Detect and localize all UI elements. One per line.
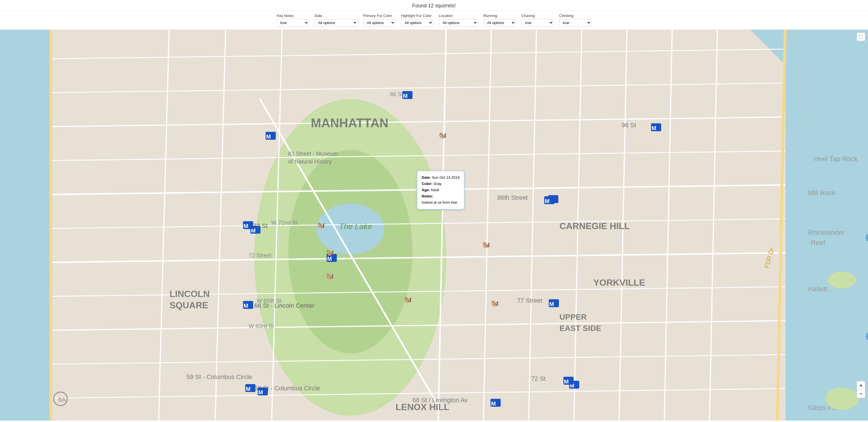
filter-select-running[interactable]: All optionstruefalse bbox=[484, 19, 516, 27]
filter-group-chasing: ChasingtruefalseAll options bbox=[521, 13, 554, 27]
svg-text:M: M bbox=[549, 301, 554, 307]
filter-group-date: DateAll optionsSun Oct 14 2018Sat Oct 6 … bbox=[314, 13, 358, 27]
svg-text:UPPER: UPPER bbox=[559, 313, 587, 321]
svg-text:M: M bbox=[652, 125, 656, 131]
svg-text:SQUARE: SQUARE bbox=[169, 300, 208, 310]
filter-label-climbing: Climbing bbox=[559, 13, 574, 18]
popup-date-label: Date: bbox=[422, 175, 431, 179]
filter-label-primary-fur-color: Primary Fur Color bbox=[363, 13, 392, 18]
svg-point-95 bbox=[828, 272, 856, 288]
svg-text:66 St - Lincoln Center: 66 St - Lincoln Center bbox=[254, 302, 314, 309]
squirrel-marker-m3[interactable]: 🐿️ bbox=[326, 249, 334, 256]
filter-label-has-notes: Has Notes bbox=[277, 13, 294, 18]
svg-text:Heel Tap Rock: Heel Tap Rock bbox=[814, 155, 858, 163]
svg-point-96 bbox=[825, 388, 859, 410]
svg-text:of Natural History: of Natural History bbox=[288, 159, 332, 165]
svg-text:W 72nd St: W 72nd St bbox=[271, 220, 298, 226]
popup-color-label: Color: bbox=[422, 181, 433, 186]
svg-text:M: M bbox=[403, 93, 408, 99]
svg-rect-26 bbox=[0, 30, 51, 421]
svg-text:M: M bbox=[266, 134, 271, 140]
filter-group-highlight-fur-color: Highlight Fur ColorAll optionsWhiteGrayC… bbox=[401, 13, 433, 27]
svg-text:W 63rd St: W 63rd St bbox=[249, 323, 274, 329]
svg-text:M: M bbox=[258, 389, 263, 395]
svg-text:81 Street - Museum: 81 Street - Museum bbox=[288, 150, 338, 157]
filter-label-highlight-fur-color: Highlight Fur Color bbox=[401, 13, 431, 18]
filter-select-location[interactable]: All optionsGround PlaneAbove Ground bbox=[439, 19, 478, 27]
svg-text:Hallett: Hallett bbox=[808, 285, 827, 293]
popup-age-label: Age: bbox=[422, 188, 430, 192]
svg-text:68 St / Lexington Av: 68 St / Lexington Av bbox=[412, 397, 468, 403]
zoom-in-button[interactable]: + bbox=[857, 381, 865, 390]
svg-text:M: M bbox=[244, 223, 248, 229]
page-header: Found 12 squirrels! bbox=[0, 0, 868, 11]
svg-text:86th Street: 86th Street bbox=[497, 194, 528, 201]
svg-text:M: M bbox=[244, 303, 248, 309]
map-container: MANHATTAN LINCOLN SQUARE CARNEGIE HILL Y… bbox=[0, 30, 868, 421]
filters-bar: Has NotestruefalseAll optionsDateAll opt… bbox=[0, 11, 868, 30]
popup-date-value: Sun Oct 14 2018 bbox=[432, 175, 460, 179]
svg-text:MANHATTAN: MANHATTAN bbox=[311, 116, 389, 130]
filter-label-date: Date bbox=[314, 13, 322, 18]
squirrel-marker-m5[interactable]: 🐿️ bbox=[404, 296, 412, 303]
svg-text:Mill Rock: Mill Rock bbox=[808, 189, 836, 197]
svg-text:YORKVILLE: YORKVILLE bbox=[593, 278, 645, 288]
filter-select-primary-fur-color[interactable]: All optionsGrayCinnamonBlack bbox=[363, 19, 395, 27]
filter-label-running: Running bbox=[484, 13, 497, 18]
svg-text:M: M bbox=[564, 378, 569, 385]
svg-text:77 Street: 77 Street bbox=[517, 297, 542, 304]
svg-rect-27 bbox=[785, 30, 868, 421]
squirrel-marker-m2[interactable]: 🐿️ bbox=[317, 222, 325, 229]
svg-text:72 St: 72 St bbox=[253, 222, 268, 229]
zoom-out-button[interactable]: − bbox=[857, 390, 865, 398]
popup-notes-value: looked at us from tree bbox=[422, 200, 458, 204]
filter-select-climbing[interactable]: truefalseAll options bbox=[559, 19, 591, 27]
svg-text:Rhinelander: Rhinelander bbox=[808, 228, 844, 236]
filter-label-location: Location bbox=[439, 13, 453, 18]
svg-text:72 Street: 72 Street bbox=[249, 252, 272, 258]
svg-text:86 St: 86 St bbox=[390, 91, 403, 97]
svg-text:M: M bbox=[491, 400, 496, 407]
filter-label-chasing: Chasing bbox=[521, 13, 535, 18]
filter-select-highlight-fur-color[interactable]: All optionsWhiteGrayCinnamon bbox=[401, 19, 433, 27]
svg-text:The Lake: The Lake bbox=[339, 222, 372, 231]
filter-select-date[interactable]: All optionsSun Oct 14 2018Sat Oct 6 2018 bbox=[314, 19, 358, 27]
filter-group-location: LocationAll optionsGround PlaneAbove Gro… bbox=[439, 13, 478, 27]
result-count: Found 12 squirrels! bbox=[412, 3, 456, 8]
filter-select-chasing[interactable]: truefalseAll options bbox=[521, 19, 554, 27]
svg-text:59 St - Columbus Circle: 59 St - Columbus Circle bbox=[186, 373, 252, 381]
svg-text:M: M bbox=[246, 386, 251, 392]
fullscreen-icon: ⛶ bbox=[859, 34, 863, 39]
svg-text:Reef: Reef bbox=[811, 239, 825, 246]
svg-text:EAST SIDE: EAST SIDE bbox=[559, 324, 601, 333]
filter-group-running: RunningAll optionstruefalse bbox=[484, 13, 516, 27]
popup-notes-label: Notes: bbox=[422, 194, 433, 198]
map-background: MANHATTAN LINCOLN SQUARE CARNEGIE HILL Y… bbox=[0, 30, 868, 421]
filter-group-has-notes: Has NotestruefalseAll options bbox=[277, 13, 309, 27]
svg-text:72 St: 72 St bbox=[531, 375, 546, 382]
svg-text:M: M bbox=[327, 256, 332, 262]
svg-text:96 St: 96 St bbox=[622, 122, 636, 129]
zoom-controls: + − bbox=[857, 381, 865, 398]
filter-select-has-notes[interactable]: truefalseAll options bbox=[277, 19, 309, 27]
zoom-out-icon: − bbox=[859, 391, 863, 397]
squirrel-marker-m7[interactable]: 🐿️ bbox=[491, 300, 499, 307]
svg-text:CARNEGIE HILL: CARNEGIE HILL bbox=[559, 221, 630, 231]
fullscreen-button[interactable]: ⛶ bbox=[857, 32, 865, 41]
zoom-in-icon: + bbox=[859, 383, 863, 388]
squirrel-marker-m1[interactable]: 🐿️ bbox=[439, 132, 446, 139]
filter-group-climbing: ClimbingtruefalseAll options bbox=[559, 13, 591, 27]
svg-text:M: M bbox=[545, 198, 550, 204]
filter-group-primary-fur-color: Primary Fur ColorAll optionsGrayCinnamon… bbox=[363, 13, 395, 27]
squirrel-marker-m4[interactable]: 🐿️ bbox=[326, 272, 334, 280]
popup-color-value: Gray bbox=[433, 181, 441, 186]
svg-text:LINCOLN: LINCOLN bbox=[169, 289, 210, 299]
squirrel-popup: Date: Sun Oct 14 2018 Color: Gray Age: A… bbox=[417, 171, 465, 209]
squirrel-marker-m6[interactable]: 🐿️ bbox=[482, 241, 490, 248]
popup-age-value: Adult bbox=[431, 188, 439, 192]
svg-text:9A: 9A bbox=[58, 396, 66, 403]
